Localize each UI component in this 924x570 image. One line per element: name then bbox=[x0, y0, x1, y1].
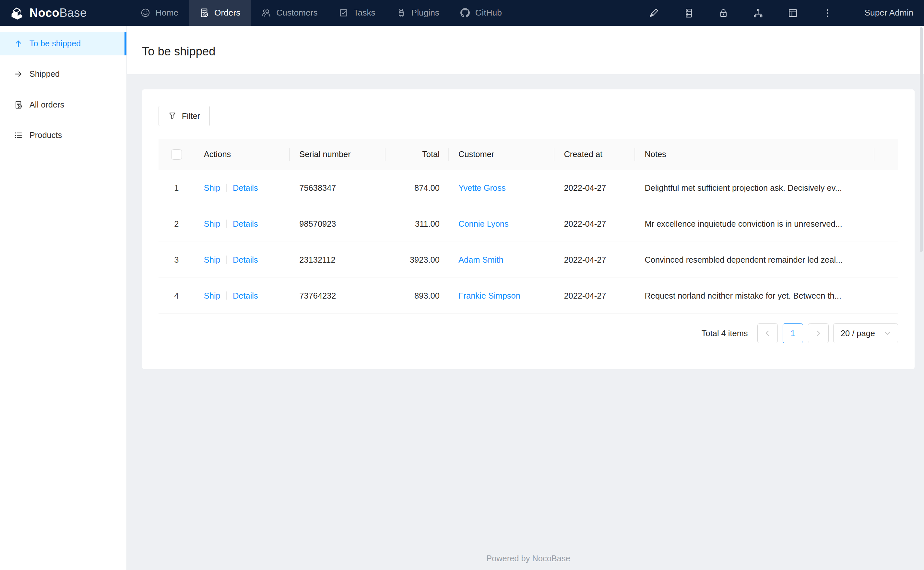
team-icon bbox=[261, 8, 271, 17]
table-row: 2 ShipDetails 98570923 311.00 Connie Lyo… bbox=[158, 206, 898, 242]
sidebar-item-products[interactable]: Products bbox=[0, 124, 126, 147]
row-index[interactable]: 3 bbox=[158, 242, 195, 278]
serial-number-cell: 73764232 bbox=[290, 278, 385, 314]
row-index[interactable]: 2 bbox=[158, 206, 195, 242]
details-link[interactable]: Details bbox=[233, 291, 258, 300]
divider bbox=[226, 219, 227, 228]
nav-item-customers[interactable]: Customers bbox=[251, 0, 328, 26]
nocobase-logo[interactable]: NocoBase bbox=[0, 0, 127, 26]
ship-link[interactable]: Ship bbox=[204, 183, 220, 192]
highlighter-icon[interactable] bbox=[649, 8, 659, 18]
serial-number-cell: 75638347 bbox=[290, 170, 385, 206]
sidebar-item-shipped[interactable]: Shipped bbox=[0, 63, 126, 86]
column-header-customer: Customer bbox=[449, 139, 554, 170]
filter-icon bbox=[168, 112, 176, 120]
page-header: To be shipped bbox=[127, 26, 924, 74]
serial-number-cell: 23132112 bbox=[290, 242, 385, 278]
smile-icon bbox=[141, 8, 150, 17]
pagination: Total 4 items 1 20 / page bbox=[158, 323, 898, 343]
nav-item-tasks[interactable]: Tasks bbox=[328, 0, 386, 26]
table-row: 3 ShipDetails 23132112 3923.00 Adam Smit… bbox=[158, 242, 898, 278]
pagination-prev-button[interactable] bbox=[757, 323, 778, 343]
column-header-serial-number: Serial number bbox=[290, 139, 385, 170]
nav-item-orders[interactable]: Orders bbox=[189, 0, 251, 26]
nav-item-github[interactable]: GitHub bbox=[450, 0, 513, 26]
database-icon[interactable] bbox=[684, 8, 694, 18]
app: NocoBase Home Orders bbox=[0, 0, 924, 570]
navbar-action-icons bbox=[649, 0, 836, 26]
file-done-icon bbox=[14, 101, 22, 109]
divider bbox=[226, 256, 227, 264]
sidebar: To be shipped Shipped All orders Product… bbox=[0, 26, 127, 570]
customer-link[interactable]: Connie Lyons bbox=[458, 219, 509, 228]
customer-link[interactable]: Yvette Gross bbox=[458, 183, 506, 192]
main-nav-menu: Home Orders Customers bbox=[130, 0, 513, 26]
ship-link[interactable]: Ship bbox=[204, 291, 220, 300]
divider bbox=[226, 184, 227, 192]
apartment-icon[interactable] bbox=[753, 8, 763, 18]
table-row: 4 ShipDetails 73764232 893.00 Frankie Si… bbox=[158, 278, 898, 314]
nav-item-plugins[interactable]: Plugins bbox=[386, 0, 450, 26]
content-area: Filter Actions Serial number Total Custo… bbox=[127, 74, 924, 570]
more-vertical-icon[interactable] bbox=[823, 8, 833, 18]
table-row: 1 ShipDetails 75638347 874.00 Yvette Gro… bbox=[158, 170, 898, 206]
created-at-cell: 2022-04-27 bbox=[554, 242, 635, 278]
footer-powered-by: Powered by NocoBase bbox=[142, 554, 915, 570]
column-header-total: Total bbox=[386, 139, 449, 170]
details-link[interactable]: Details bbox=[233, 255, 258, 264]
lock-icon[interactable] bbox=[718, 8, 729, 18]
total-cell: 874.00 bbox=[386, 170, 449, 206]
details-link[interactable]: Details bbox=[233, 219, 258, 228]
top-navbar: NocoBase Home Orders bbox=[0, 0, 924, 26]
unordered-list-icon bbox=[14, 131, 22, 139]
arrow-up-icon bbox=[14, 40, 22, 48]
created-at-cell: 2022-04-27 bbox=[554, 206, 635, 242]
created-at-cell: 2022-04-27 bbox=[554, 170, 635, 206]
row-index[interactable]: 4 bbox=[158, 278, 195, 314]
customer-link[interactable]: Adam Smith bbox=[458, 255, 503, 264]
chevron-left-icon bbox=[764, 330, 771, 337]
layout-icon[interactable] bbox=[788, 8, 798, 18]
select-all-checkbox[interactable] bbox=[171, 149, 182, 160]
sidebar-item-to-be-shipped[interactable]: To be shipped bbox=[0, 32, 126, 55]
total-cell: 311.00 bbox=[386, 206, 449, 242]
customer-link[interactable]: Frankie Simpson bbox=[458, 291, 520, 300]
notes-cell: Mr excellence inquietude conviction is i… bbox=[635, 206, 875, 242]
arrow-right-icon bbox=[14, 70, 22, 78]
chevron-down-icon bbox=[884, 330, 890, 337]
nav-item-home[interactable]: Home bbox=[130, 0, 189, 26]
chevron-right-icon bbox=[815, 330, 821, 337]
ship-link[interactable]: Ship bbox=[204, 219, 220, 228]
column-header-filler bbox=[875, 139, 898, 170]
navbar-spacer bbox=[513, 0, 649, 26]
user-menu[interactable]: Super Admin bbox=[864, 0, 913, 26]
serial-number-cell: 98570923 bbox=[290, 206, 385, 242]
sidebar-item-all-orders[interactable]: All orders bbox=[0, 93, 126, 116]
filter-button[interactable]: Filter bbox=[158, 106, 210, 126]
page-title: To be shipped bbox=[142, 43, 924, 60]
orders-table: Actions Serial number Total Customer Cre… bbox=[158, 139, 898, 314]
pagination-page-1[interactable]: 1 bbox=[783, 323, 803, 343]
details-link[interactable]: Details bbox=[233, 183, 258, 192]
check-square-icon bbox=[339, 8, 348, 17]
table-header-row: Actions Serial number Total Customer Cre… bbox=[158, 139, 898, 170]
file-done-icon bbox=[199, 8, 209, 17]
column-header-notes: Notes bbox=[635, 139, 875, 170]
page-size-select[interactable]: 20 / page bbox=[833, 323, 898, 343]
ship-link[interactable]: Ship bbox=[204, 255, 220, 264]
notes-cell: Convinced resembled dependent remainder … bbox=[635, 242, 875, 278]
row-index[interactable]: 1 bbox=[158, 170, 195, 206]
nocobase-logo-icon bbox=[9, 6, 24, 20]
pagination-total: Total 4 items bbox=[702, 329, 748, 338]
pagination-next-button[interactable] bbox=[808, 323, 829, 343]
total-cell: 3923.00 bbox=[386, 242, 449, 278]
column-header-created-at: Created at bbox=[554, 139, 635, 170]
page-scrollbar[interactable] bbox=[920, 27, 923, 252]
nocobase-logo-text: NocoBase bbox=[29, 7, 87, 19]
created-at-cell: 2022-04-27 bbox=[554, 278, 635, 314]
orders-table-block: Filter Actions Serial number Total Custo… bbox=[142, 89, 915, 369]
column-header-actions: Actions bbox=[195, 139, 290, 170]
notes-cell: Request norland neither mistake for yet.… bbox=[635, 278, 875, 314]
notes-cell: Delightful met sufficient projection ask… bbox=[635, 170, 875, 206]
total-cell: 893.00 bbox=[386, 278, 449, 314]
